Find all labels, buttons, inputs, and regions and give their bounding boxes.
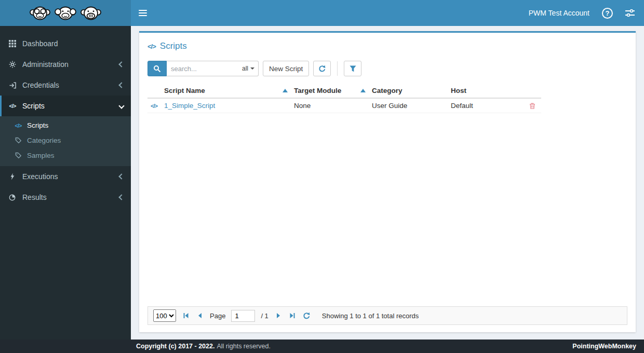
footer: Copyright (c) 2017 - 2022. All rights re… <box>0 340 644 353</box>
next-page-icon <box>275 312 282 319</box>
search-field: all <box>167 61 259 76</box>
filter-funnel-icon <box>350 65 356 72</box>
scripts-submenu: </> Scripts Categories <box>0 116 131 166</box>
sidebar-item-label: Scripts <box>22 102 114 110</box>
sidebar-item-label: Administration <box>22 60 114 69</box>
code-icon: </> <box>8 103 17 109</box>
filter-button[interactable] <box>344 61 361 76</box>
last-page-button[interactable] <box>288 311 297 320</box>
sidebar-subitem-categories[interactable]: Categories <box>0 133 131 148</box>
help-icon[interactable]: ? <box>602 8 613 19</box>
last-page-icon <box>289 312 296 319</box>
scripts-table: Script Name Target Module Category <box>147 84 541 113</box>
sidebar-item-label: Results <box>22 193 114 201</box>
sidebar-item-label: Credentials <box>22 81 114 89</box>
chevron-down-icon <box>118 103 124 108</box>
chevron-left-icon <box>118 61 124 67</box>
search-scope-value: all <box>242 65 248 72</box>
sidebar-item-executions[interactable]: Executions <box>0 166 131 187</box>
sidebar-subitem-label: Samples <box>27 152 55 159</box>
speak-no-evil-monkey-icon <box>79 4 102 23</box>
pie-chart-icon <box>8 194 17 201</box>
column-header-host[interactable]: Host <box>448 84 526 98</box>
search-input[interactable] <box>167 65 241 73</box>
page-title-text: Scripts <box>160 41 187 51</box>
column-header-label: Target Module <box>294 87 341 94</box>
first-page-icon <box>182 312 190 319</box>
tag-icon <box>14 152 22 159</box>
grid-icon <box>8 40 17 47</box>
page-label: Page <box>210 312 225 320</box>
next-page-button[interactable] <box>274 311 283 320</box>
refresh-icon <box>318 65 326 73</box>
sidebar-item-label: Dashboard <box>22 39 124 48</box>
records-summary: Showing 1 to 1 of 1 total records <box>322 312 419 320</box>
gears-icon <box>8 61 17 68</box>
sidebar-item-label: Executions <box>22 172 114 181</box>
chevron-left-icon <box>118 194 124 200</box>
paginator: 100 Page / 1 <box>147 306 627 325</box>
column-header-target-module[interactable]: Target Module <box>291 84 369 98</box>
delete-script-button[interactable] <box>529 102 536 110</box>
content-area: </> Scripts <box>131 26 644 340</box>
topbar: PWM Test Account ? <box>0 0 644 26</box>
sidebar-item-dashboard[interactable]: Dashboard <box>0 33 131 54</box>
code-icon: </> <box>14 123 22 129</box>
page-title: </> Scripts <box>147 41 627 51</box>
brand-name: PointingWebMonkey <box>572 343 636 350</box>
app-window: PWM Test Account ? <box>0 0 644 353</box>
sign-in-icon <box>8 82 17 89</box>
sidebar-subitem-label: Categories <box>27 137 61 144</box>
prev-page-button[interactable] <box>196 311 204 320</box>
refresh-button[interactable] <box>313 61 331 76</box>
sidebar-subitem-scripts[interactable]: </> Scripts <box>0 118 131 133</box>
search-icon <box>153 65 161 73</box>
sidebar-subitem-samples[interactable]: Samples <box>0 148 131 163</box>
sidebar-item-results[interactable]: Results <box>0 187 131 208</box>
search-scope-dropdown[interactable]: all <box>241 65 258 72</box>
column-header-actions <box>526 84 541 98</box>
toolbar: all New Script <box>147 61 627 76</box>
cell-host: Default <box>448 98 526 113</box>
page-number-input[interactable] <box>231 310 255 322</box>
sidebar-subitem-label: Scripts <box>27 121 48 129</box>
column-header-label: Script Name <box>164 87 205 94</box>
sort-asc-icon <box>283 89 288 92</box>
sidebar-item-scripts[interactable]: </> Scripts <box>0 96 131 116</box>
script-name-link[interactable]: 1_Simple_Script <box>164 102 215 110</box>
navbar-right: PWM Test Account ? <box>529 8 644 19</box>
column-header-script-name[interactable]: Script Name <box>161 84 291 98</box>
column-header-category[interactable]: Category <box>369 84 448 98</box>
cell-category: User Guide <box>369 98 448 113</box>
new-script-button[interactable]: New Script <box>263 61 309 76</box>
settings-sliders-icon[interactable] <box>625 9 635 17</box>
table-row: </> 1_Simple_Script None User Guide Defa… <box>147 98 541 113</box>
search-group: all <box>147 61 259 76</box>
code-icon: </> <box>147 43 156 50</box>
hear-no-evil-monkey-icon <box>54 4 77 23</box>
page-size-select[interactable]: 100 <box>153 309 176 322</box>
sidebar: Dashboard Administration <box>0 26 131 340</box>
code-icon: </> <box>151 103 157 109</box>
sidebar-toggle-button[interactable] <box>131 0 155 26</box>
chevron-left-icon <box>118 173 124 179</box>
page-total: / 1 <box>261 312 268 320</box>
refresh-grid-button[interactable] <box>302 311 311 320</box>
navbar: PWM Test Account ? <box>131 0 644 26</box>
middle-region: Dashboard Administration <box>0 26 644 340</box>
caret-down-icon <box>250 67 254 70</box>
first-page-button[interactable] <box>182 311 190 320</box>
sidebar-item-administration[interactable]: Administration <box>0 54 131 75</box>
prev-page-icon <box>196 312 204 319</box>
refresh-icon <box>303 312 311 320</box>
sidebar-item-credentials[interactable]: Credentials <box>0 75 131 96</box>
bolt-icon <box>8 173 17 180</box>
tag-icon <box>14 137 22 144</box>
copyright-rest: All rights reserved. <box>217 343 271 350</box>
search-button[interactable] <box>147 61 167 76</box>
brand-logo <box>0 0 131 26</box>
account-menu[interactable]: PWM Test Account <box>529 9 589 17</box>
column-header-icon <box>147 84 161 98</box>
trash-icon <box>529 102 536 110</box>
sort-asc-icon <box>360 89 366 92</box>
